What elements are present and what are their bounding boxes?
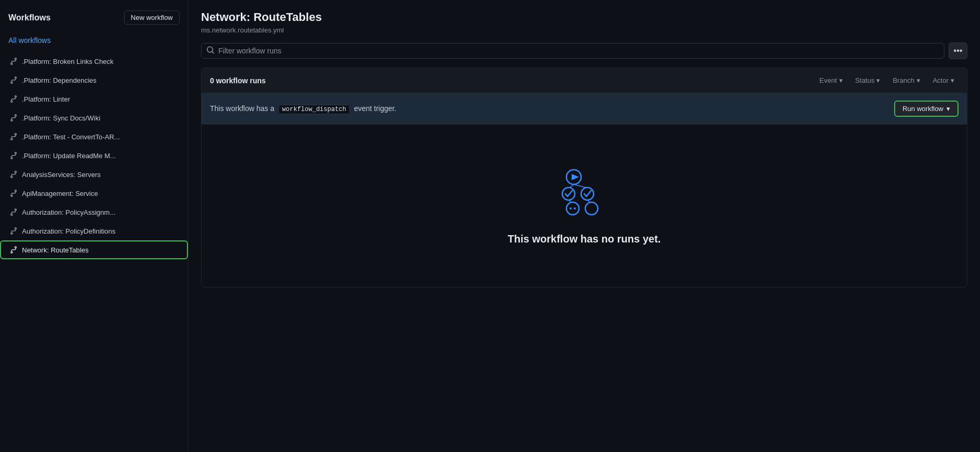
svg-point-6 xyxy=(574,207,576,210)
sidebar-item-network-route[interactable]: Network: RouteTables xyxy=(0,240,188,259)
sidebar-item-linter[interactable]: .Platform: Linter xyxy=(0,90,188,108)
workflow-item-label: ApiManagement: Service xyxy=(22,190,98,197)
event-filter-button[interactable]: Event ▾ xyxy=(815,74,847,86)
dispatch-code: workflow_dispatch xyxy=(279,105,350,114)
empty-state: This workflow has no runs yet. xyxy=(202,125,967,287)
workflow-item-label: .Platform: Broken Links Check xyxy=(22,58,114,65)
main-content: Network: RouteTables ms.network.routetab… xyxy=(188,0,980,452)
workflow-icon xyxy=(9,151,18,160)
svg-marker-1 xyxy=(572,174,579,180)
sidebar-item-broken-links[interactable]: .Platform: Broken Links Check xyxy=(0,52,188,71)
branch-chevron-icon: ▾ xyxy=(917,76,920,84)
new-workflow-button[interactable]: New workflow xyxy=(124,10,180,25)
filter-bar: ••• xyxy=(188,42,980,68)
dispatch-banner: This workflow has a workflow_dispatch ev… xyxy=(202,93,967,125)
workflow-icon xyxy=(9,95,18,103)
run-workflow-chevron: ▾ xyxy=(946,105,950,113)
runs-header: 0 workflow runs Event ▾ Status ▾ Branch … xyxy=(202,68,967,93)
event-chevron-icon: ▾ xyxy=(839,76,843,84)
workflow-icon xyxy=(9,189,18,197)
workflow-item-label: .Platform: Update ReadMe M... xyxy=(22,152,116,160)
workflow-item-label: AnalysisServices: Servers xyxy=(22,171,101,179)
svg-point-2 xyxy=(562,188,575,200)
search-wrapper xyxy=(201,43,944,59)
search-input[interactable] xyxy=(201,43,944,59)
sidebar-item-auth-policy-def[interactable]: Authorization: PolicyDefinitions xyxy=(0,222,188,240)
sidebar-item-analysis-servers[interactable]: AnalysisServices: Servers xyxy=(0,165,188,184)
status-filter-button[interactable]: Status ▾ xyxy=(851,74,885,86)
svg-line-9 xyxy=(574,184,586,188)
workflow-icon xyxy=(9,76,18,84)
sidebar-item-update-readme[interactable]: .Platform: Update ReadMe M... xyxy=(0,146,188,165)
workflow-item-label: Authorization: PolicyDefinitions xyxy=(22,227,115,235)
more-options-button[interactable]: ••• xyxy=(949,42,967,59)
runs-count: 0 workflow runs xyxy=(210,76,266,85)
workflow-item-label: .Platform: Test - ConvertTo-AR... xyxy=(22,133,120,141)
workflow-icon xyxy=(9,208,18,216)
sidebar: Workflows New workflow All workflows .Pl… xyxy=(0,0,188,452)
empty-state-icon xyxy=(553,167,616,221)
workflow-item-label: Network: RouteTables xyxy=(22,246,88,254)
workflow-item-label: Authorization: PolicyAssignm... xyxy=(22,208,115,216)
svg-point-4 xyxy=(566,202,579,215)
branch-filter-label: Branch xyxy=(893,76,914,84)
sidebar-item-api-management[interactable]: ApiManagement: Service xyxy=(0,184,188,203)
dispatch-message: This workflow has a workflow_dispatch ev… xyxy=(210,104,396,113)
run-workflow-button[interactable]: Run workflow ▾ xyxy=(894,101,959,117)
run-workflow-label: Run workflow xyxy=(903,105,943,113)
sidebar-item-sync-docs[interactable]: .Platform: Sync Docs/Wiki xyxy=(0,108,188,127)
branch-filter-button[interactable]: Branch ▾ xyxy=(888,74,924,86)
main-subtitle: ms.network.routetables.yml xyxy=(201,26,967,34)
sidebar-title: Workflows xyxy=(8,13,51,23)
runs-container: 0 workflow runs Event ▾ Status ▾ Branch … xyxy=(201,68,967,288)
sidebar-item-dependencies[interactable]: .Platform: Dependencies xyxy=(0,71,188,90)
actor-filter-button[interactable]: Actor ▾ xyxy=(929,74,959,86)
workflow-icon xyxy=(9,114,18,122)
workflow-item-label: .Platform: Linter xyxy=(22,95,70,103)
status-filter-label: Status xyxy=(855,76,875,84)
dispatch-text-post: event trigger. xyxy=(354,104,396,113)
workflow-item-label: .Platform: Dependencies xyxy=(22,76,96,84)
actor-chevron-icon: ▾ xyxy=(951,76,954,84)
filter-buttons: Event ▾ Status ▾ Branch ▾ Actor ▾ xyxy=(815,74,959,86)
workflow-icon xyxy=(9,246,18,254)
empty-title: This workflow has no runs yet. xyxy=(508,233,661,245)
event-filter-label: Event xyxy=(819,76,837,84)
workflow-list: .Platform: Broken Links Check .Platform:… xyxy=(0,52,188,259)
workflow-item-label: .Platform: Sync Docs/Wiki xyxy=(22,114,101,122)
svg-line-8 xyxy=(570,184,574,188)
workflow-icon xyxy=(9,133,18,141)
all-workflows-link[interactable]: All workflows xyxy=(0,33,188,48)
actor-filter-label: Actor xyxy=(933,76,949,84)
more-icon: ••• xyxy=(954,46,963,56)
sidebar-header: Workflows New workflow xyxy=(0,10,188,33)
svg-point-7 xyxy=(585,202,598,215)
main-header: Network: RouteTables ms.network.routetab… xyxy=(188,0,980,42)
svg-point-5 xyxy=(570,207,572,210)
dispatch-text-pre: This workflow has a xyxy=(210,104,274,113)
workflow-icon xyxy=(9,170,18,179)
status-chevron-icon: ▾ xyxy=(876,76,880,84)
svg-point-3 xyxy=(581,188,594,200)
sidebar-item-auth-policy-assign[interactable]: Authorization: PolicyAssignm... xyxy=(0,203,188,222)
workflow-icon xyxy=(9,57,18,65)
workflow-icon xyxy=(9,227,18,235)
main-title: Network: RouteTables xyxy=(201,10,967,24)
sidebar-item-test-convert[interactable]: .Platform: Test - ConvertTo-AR... xyxy=(0,127,188,146)
